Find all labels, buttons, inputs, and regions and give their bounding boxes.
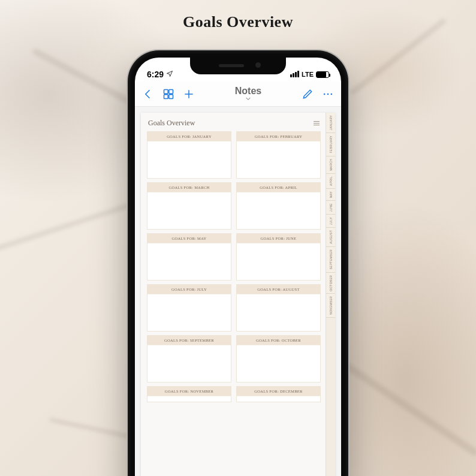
goal-card-body[interactable] [237, 396, 320, 402]
planner-page: Goals Overview GOALS FOR: JANUARYGOALS F… [141, 113, 335, 476]
svg-rect-3 [169, 94, 173, 98]
side-tab-label: JULY [329, 217, 333, 225]
side-tab-label: MARCH [329, 159, 333, 171]
svg-point-6 [324, 93, 326, 95]
side-tab-label: FEBRUARY [329, 135, 333, 153]
side-tab-label: JUNE [329, 203, 333, 212]
page-title: Goals Overview [0, 13, 476, 31]
network-label: LTE [302, 71, 314, 78]
goal-card-november[interactable]: GOALS FOR: NOVEMBER [147, 386, 231, 402]
svg-rect-0 [164, 89, 168, 94]
goal-card-body[interactable] [147, 345, 231, 382]
battery-icon [316, 71, 329, 78]
more-button[interactable] [321, 87, 335, 101]
side-tab-label: APRIL [329, 176, 333, 186]
side-tab-august[interactable]: AUGUST [326, 228, 335, 247]
goal-card-header: GOALS FOR: FEBRUARY [237, 132, 320, 141]
goal-card-header: GOALS FOR: NOVEMBER [147, 387, 231, 396]
goal-card-july[interactable]: GOALS FOR: JULY [147, 284, 231, 332]
side-tab-label: MAY [329, 191, 333, 198]
goal-card-header: GOALS FOR: AUGUST [237, 285, 320, 294]
side-tab-label: SEPTEMBER [329, 249, 333, 270]
goal-card-december[interactable]: GOALS FOR: DECEMBER [236, 386, 321, 402]
menu-icon[interactable] [314, 121, 320, 125]
side-tab-july[interactable]: JULY [326, 215, 335, 228]
goal-card-august[interactable]: GOALS FOR: AUGUST [236, 284, 321, 332]
app-toolbar: Notes [135, 82, 341, 107]
svg-point-7 [327, 93, 329, 95]
goal-card-header: GOALS FOR: APRIL [237, 183, 320, 192]
goal-card-body[interactable] [237, 243, 320, 280]
goal-card-april[interactable]: GOALS FOR: APRIL [236, 182, 321, 230]
phone-frame: 6:29 LTE [128, 50, 348, 476]
side-tab-november[interactable]: NOVEMBER [326, 294, 335, 318]
status-time: 6:29 [147, 70, 164, 79]
goal-card-body[interactable] [147, 141, 231, 178]
side-tab-april[interactable]: APRIL [326, 174, 335, 189]
goal-card-may[interactable]: GOALS FOR: MAY [147, 233, 231, 281]
chevron-down-icon[interactable] [246, 97, 251, 102]
svg-rect-2 [164, 94, 168, 98]
side-tab-strip: JANUARYFEBRUARYMARCHAPRILMAYJUNEJULYAUGU… [326, 113, 335, 476]
add-button[interactable] [182, 87, 196, 101]
back-button[interactable] [141, 87, 155, 101]
edit-pen-button[interactable] [300, 87, 315, 101]
goal-card-june[interactable]: GOALS FOR: JUNE [236, 233, 321, 281]
side-tab-label: AUGUST [329, 230, 333, 244]
goal-card-body[interactable] [147, 294, 231, 331]
svg-rect-1 [169, 89, 173, 94]
goal-card-header: GOALS FOR: DECEMBER [237, 387, 320, 396]
phone-screen: 6:29 LTE [135, 58, 341, 476]
side-tab-october[interactable]: OCTOBER [326, 273, 335, 294]
location-arrow-icon [166, 70, 173, 79]
goal-card-september[interactable]: GOALS FOR: SEPTEMBER [147, 335, 231, 382]
phone-notch [190, 58, 286, 74]
goal-card-header: GOALS FOR: SEPTEMBER [147, 336, 231, 345]
goal-card-march[interactable]: GOALS FOR: MARCH [147, 182, 231, 230]
side-tab-march[interactable]: MARCH [326, 156, 335, 174]
goal-card-header: GOALS FOR: JANUARY [147, 132, 231, 141]
side-tab-january[interactable]: JANUARY [326, 113, 335, 133]
signal-icon [290, 70, 299, 79]
side-tab-label: OCTOBER [329, 275, 333, 291]
goal-card-body[interactable] [237, 192, 320, 229]
goal-card-february[interactable]: GOALS FOR: FEBRUARY [236, 131, 321, 179]
side-tab-label: JANUARY [329, 115, 333, 130]
goal-card-body[interactable] [237, 294, 320, 331]
goal-card-january[interactable]: GOALS FOR: JANUARY [147, 131, 231, 179]
goal-card-body[interactable] [147, 396, 231, 402]
goal-card-header: GOALS FOR: OCTOBER [237, 336, 320, 345]
goal-card-body[interactable] [147, 192, 231, 229]
side-tab-september[interactable]: SEPTEMBER [326, 247, 335, 273]
goal-card-october[interactable]: GOALS FOR: OCTOBER [236, 335, 321, 382]
document-heading: Goals Overview [148, 119, 195, 128]
document-viewport[interactable]: Goals Overview GOALS FOR: JANUARYGOALS F… [135, 107, 341, 476]
goal-card-body[interactable] [147, 243, 231, 280]
goal-card-header: GOALS FOR: JULY [147, 285, 231, 294]
svg-point-8 [331, 93, 333, 95]
side-tab-february[interactable]: FEBRUARY [326, 133, 335, 156]
side-tab-june[interactable]: JUNE [326, 201, 335, 215]
grid-view-button[interactable] [161, 87, 176, 101]
side-tab-may[interactable]: MAY [326, 189, 335, 201]
app-title[interactable]: Notes [235, 86, 261, 96]
goal-card-body[interactable] [237, 345, 320, 382]
side-tab-label: NOVEMBER [329, 296, 333, 315]
goal-card-header: GOALS FOR: MAY [147, 234, 231, 243]
goal-card-header: GOALS FOR: JUNE [237, 234, 320, 243]
goal-card-header: GOALS FOR: MARCH [147, 183, 231, 192]
goal-card-body[interactable] [237, 141, 320, 178]
